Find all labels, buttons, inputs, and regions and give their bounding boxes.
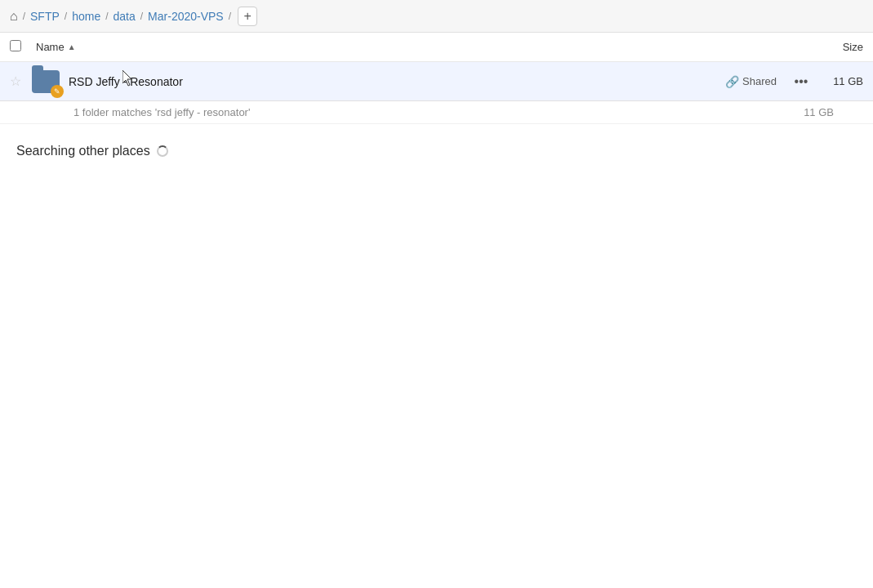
match-info-size: 11 GB	[804, 106, 834, 118]
breadcrumb-mar-2020-vps[interactable]: Mar-2020-VPS	[145, 10, 227, 23]
searching-section: Searching other places	[0, 124, 873, 168]
searching-title: Searching other places	[16, 144, 857, 158]
file-size-label: 11 GB	[822, 75, 863, 87]
name-column-header[interactable]: Name ▲	[36, 41, 843, 53]
file-list-item[interactable]: ☆ ✎ RSD Jeffy - Resonator 🔗 Shared ••• 1…	[0, 62, 873, 101]
add-tab-button[interactable]: +	[238, 7, 257, 26]
breadcrumb-sep-1: /	[63, 11, 69, 22]
shared-badge: 🔗 Shared	[725, 75, 777, 88]
breadcrumb-sep-3: /	[139, 11, 145, 22]
size-column-header[interactable]: Size	[843, 41, 863, 53]
name-column-label: Name	[36, 41, 65, 53]
breadcrumb-data[interactable]: data	[110, 10, 139, 23]
more-menu-button[interactable]: •••	[790, 70, 813, 93]
breadcrumb-bar: ⌂ / SFTP / home / data / Mar-2020-VPS / …	[0, 0, 873, 33]
match-info-row: 1 folder matches 'rsd jeffy - resonator'…	[0, 101, 873, 124]
searching-title-text: Searching other places	[16, 144, 150, 158]
pen-icon: ✎	[54, 87, 60, 96]
column-header: Name ▲ Size	[0, 33, 873, 62]
folder-badge: ✎	[51, 85, 64, 98]
shared-label: Shared	[742, 75, 777, 87]
breadcrumb-sftp[interactable]: SFTP	[27, 10, 63, 23]
link-icon: 🔗	[725, 75, 739, 88]
home-icon[interactable]: ⌂	[7, 9, 21, 24]
more-icon: •••	[795, 74, 808, 89]
loading-spinner	[157, 145, 168, 157]
breadcrumb-sep-4: /	[227, 11, 233, 22]
sort-arrow-icon: ▲	[68, 42, 76, 51]
select-all-checkbox[interactable]	[10, 40, 29, 54]
select-all-input[interactable]	[10, 40, 21, 51]
breadcrumb-sep-2: /	[104, 11, 109, 22]
breadcrumb-home[interactable]: home	[69, 10, 104, 23]
star-icon[interactable]: ☆	[10, 74, 26, 89]
folder-icon-wrapper: ✎	[31, 67, 60, 96]
breadcrumb-sep-0: /	[21, 11, 27, 22]
file-name-label: RSD Jeffy - Resonator	[69, 75, 725, 88]
match-info-text: 1 folder matches 'rsd jeffy - resonator'	[73, 106, 250, 118]
